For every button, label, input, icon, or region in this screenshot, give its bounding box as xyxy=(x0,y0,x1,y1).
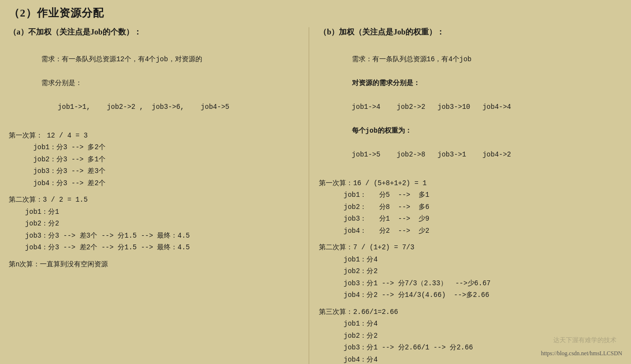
right-line3: job1->4 job2->2 job3->10 job4->4 xyxy=(352,103,511,111)
page-container: （2）作业资源分配 （a）不加权（关注点是Job的个数）： 需求：有一条队列总资… xyxy=(0,0,631,364)
left-section-title: （a）不加权（关注点是Job的个数）： xyxy=(9,27,301,37)
right-calc3-title: 第三次算：2.66/1=2.66 xyxy=(319,306,622,318)
right-column: （b）加权（关注点是Job的权重）： 需求：有一条队列总资源16，有4个job … xyxy=(309,27,622,364)
right-line1: 需求：有一条队列总资源16，有4个job xyxy=(352,55,472,63)
left-intro: 需求：有一条队列总资源12个，有4个job，对资源的 需求分别是： job1->… xyxy=(9,41,301,125)
right-line2: 对资源的需求分别是： xyxy=(352,79,420,87)
right-calc2-title: 第二次算：7 / (1+2) = 7/3 xyxy=(319,242,622,254)
left-calc1-title: 第一次算： 12 / 4 = 3 xyxy=(9,130,301,142)
left-calcn: 第n次算：一直算到没有空闲资源 xyxy=(9,259,301,271)
main-title: （2）作业资源分配 xyxy=(9,6,622,20)
left-column: （a）不加权（关注点是Job的个数）： 需求：有一条队列总资源12个，有4个jo… xyxy=(9,27,309,364)
right-calc3: 第三次算：2.66/1=2.66 job1：分4 job2：分2 job3：分1… xyxy=(319,306,622,364)
right-intro: 需求：有一条队列总资源16，有4个job 对资源的需求分别是： job1->4 … xyxy=(319,41,622,173)
right-calc3-detail: job1：分4 job2：分2 job3：分1 --> 分2.66/1 --> … xyxy=(319,318,622,364)
right-calc1-detail: job1： 分5 --> 多1 job2： 分8 --> 多6 job3： 分1… xyxy=(319,189,622,237)
left-calc2-title: 第二次算：3 / 2 = 1.5 xyxy=(9,194,301,206)
left-line3: job1->1, job2->2 , job3->6, job4->5 xyxy=(41,103,229,111)
two-column-layout: （a）不加权（关注点是Job的个数）： 需求：有一条队列总资源12个，有4个jo… xyxy=(9,27,622,364)
left-calcn-text: 第n次算：一直算到没有空闲资源 xyxy=(9,259,301,271)
left-calc2: 第二次算：3 / 2 = 1.5 job1：分1 job2：分2 job3：分3… xyxy=(9,194,301,254)
right-calc2-detail: job1：分4 job2：分2 job3：分1 --> 分7/3（2.33） -… xyxy=(319,254,622,301)
right-calc1-title: 第一次算：16 / (5+8+1+2) = 1 xyxy=(319,177,622,190)
left-calc1-detail: job1：分3 --> 多2个 job2：分3 --> 多1个 job3：分3 … xyxy=(9,141,301,189)
left-calc1: 第一次算： 12 / 4 = 3 job1：分3 --> 多2个 job2：分3… xyxy=(9,130,301,190)
right-section-title: （b）加权（关注点是Job的权重）： xyxy=(319,27,622,37)
right-calc1: 第一次算：16 / (5+8+1+2) = 1 job1： 分5 --> 多1 … xyxy=(319,177,622,237)
left-line2: 需求分别是： xyxy=(41,79,82,87)
left-calc2-detail: job1：分1 job2：分2 job3：分3 --> 差3个 --> 分1.5… xyxy=(9,206,301,254)
right-calc2: 第二次算：7 / (1+2) = 7/3 job1：分4 job2：分2 job… xyxy=(319,242,622,301)
right-line5: job1->5 job2->8 job3->1 job4->2 xyxy=(352,151,511,158)
left-line1: 需求：有一条队列总资源12个，有4个job，对资源的 xyxy=(41,55,202,63)
right-line4: 每个job的权重为： xyxy=(352,127,412,135)
